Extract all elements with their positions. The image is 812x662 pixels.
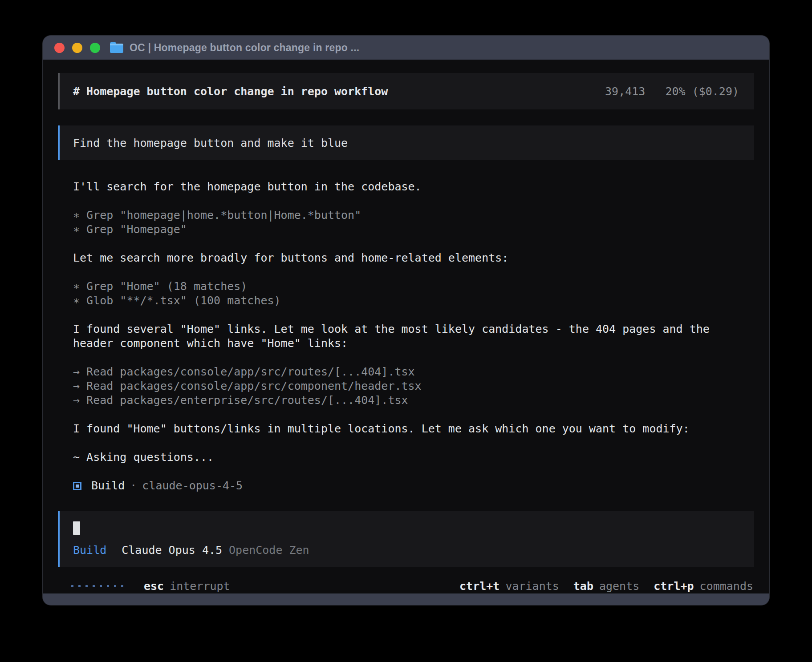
shortcut-key: tab <box>573 580 593 593</box>
tool-call-group: → Read packages/console/app/src/routes/[… <box>73 365 732 408</box>
context-cost: 20% ($0.29) <box>665 85 739 98</box>
titlebar: OC | Homepage button color change in rep… <box>43 36 769 60</box>
session-title: # Homepage button color change in repo w… <box>73 85 388 98</box>
assistant-text: I found "Home" buttons/links in multiple… <box>73 422 732 436</box>
minimize-button[interactable] <box>72 43 82 53</box>
terminal-window: OC | Homepage button color change in rep… <box>43 36 769 605</box>
tool-call-grep: ∗ Grep "homepage|home.*button|Home.*butt… <box>73 208 732 222</box>
model-row: Build Claude Opus 4.5 OpenCode Zen <box>73 544 739 557</box>
user-message-text: Find the homepage button and make it blu… <box>73 137 348 149</box>
user-message: Find the homepage button and make it blu… <box>58 125 754 160</box>
status-bar-left: esc interrupt <box>71 580 230 593</box>
model-label: Claude Opus 4.5 <box>122 544 222 557</box>
text-cursor <box>73 521 80 535</box>
agent-status-row: Build · claude-opus-4-5 <box>73 479 732 493</box>
shortcut-commands: ctrl+p commands <box>654 580 753 593</box>
status-bar-right: ctrl+t variants tab agents ctrl+p comman… <box>445 580 753 593</box>
tool-call-read: → Read packages/enterprise/src/routes/[.… <box>73 393 732 408</box>
tool-call-read: → Read packages/console/app/src/routes/[… <box>73 365 732 379</box>
working-status: ~ Asking questions... <box>73 450 732 464</box>
shortcut-label: variants <box>505 580 559 593</box>
assistant-text: Let me search more broadly for buttons a… <box>73 251 732 265</box>
conversation-transcript: I'll search for the homepage button in t… <box>73 180 732 493</box>
mode-label: Build <box>73 544 106 557</box>
shortcut-label: agents <box>599 580 639 593</box>
tool-call-group: ∗ Grep "homepage|home.*button|Home.*butt… <box>73 208 732 237</box>
tool-call-group: ∗ Grep "Home" (18 matches) ∗ Glob "**/*.… <box>73 279 732 308</box>
session-stats: 39,413 20% ($0.29) <box>605 85 739 98</box>
terminal-content: # Homepage button color change in repo w… <box>43 60 769 593</box>
maximize-button[interactable] <box>90 43 100 53</box>
token-count: 39,413 <box>605 85 645 98</box>
agent-indicator-icon <box>73 482 81 490</box>
provider-label: OpenCode Zen <box>229 544 309 557</box>
shortcut-label-interrupt: interrupt <box>170 580 230 593</box>
agent-name: Build <box>91 479 125 493</box>
window-title: OC | Homepage button color change in rep… <box>130 42 359 54</box>
title-area: OC | Homepage button color change in rep… <box>110 42 359 54</box>
activity-dots <box>71 585 123 587</box>
shortcut-variants: ctrl+t variants <box>459 580 559 593</box>
shortcut-key: ctrl+t <box>459 580 499 593</box>
assistant-text: I found several "Home" links. Let me loo… <box>73 322 732 351</box>
separator-dot: · <box>130 479 137 493</box>
close-button[interactable] <box>54 43 65 53</box>
prompt-input[interactable]: Build Claude Opus 4.5 OpenCode Zen <box>58 511 754 567</box>
agent-model: claude-opus-4-5 <box>142 479 243 493</box>
tool-call-grep: ∗ Grep "Home" (18 matches) <box>73 279 732 294</box>
folder-icon <box>110 42 123 53</box>
shortcut-agents: tab agents <box>573 580 639 593</box>
session-header: # Homepage button color change in repo w… <box>58 73 754 109</box>
status-bar: esc interrupt ctrl+t variants tab agents… <box>58 580 754 593</box>
tool-call-grep: ∗ Grep "Homepage" <box>73 222 732 237</box>
window-controls <box>54 43 100 53</box>
tool-call-read: → Read packages/console/app/src/componen… <box>73 379 732 393</box>
shortcut-key: ctrl+p <box>654 580 694 593</box>
shortcut-label: commands <box>700 580 753 593</box>
shortcut-key-esc: esc <box>144 580 164 593</box>
tool-call-glob: ∗ Glob "**/*.tsx" (100 matches) <box>73 294 732 308</box>
assistant-text: I'll search for the homepage button in t… <box>73 180 732 194</box>
